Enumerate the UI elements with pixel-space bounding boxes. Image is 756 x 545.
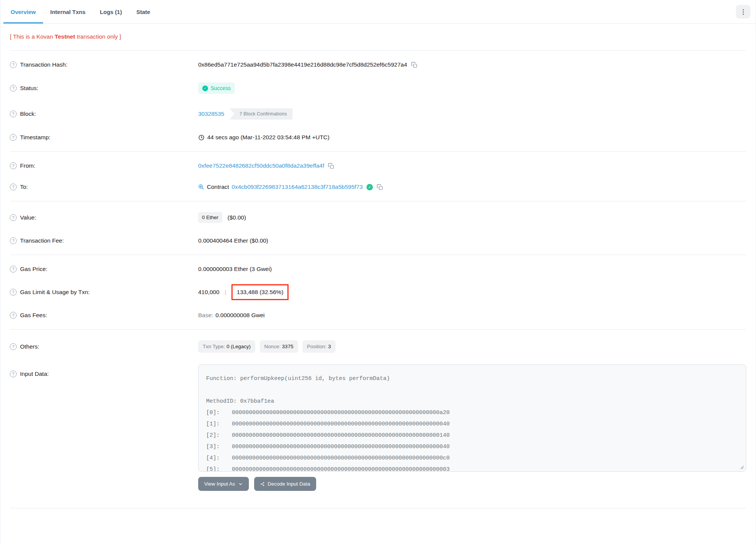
txn-type-value: 0 (Legacy) (227, 344, 251, 349)
notice-post: transaction only ] (75, 33, 121, 40)
to-type-label: Contract (207, 184, 229, 190)
value-label: Value: (20, 214, 36, 221)
timestamp-label: Timestamp: (20, 134, 50, 141)
notice-pre: [ This is a Kovan (10, 33, 55, 40)
status-value: Success (211, 85, 231, 91)
help-icon[interactable]: ? (10, 214, 17, 221)
param-index: [1]: (206, 419, 232, 430)
param-value: 0000000000000000000000000000000000000000… (232, 464, 450, 472)
verified-check-icon: ✓ (366, 184, 373, 190)
gas-fees-base-value: 0.000000008 Gwei (216, 312, 265, 319)
from-label: From: (20, 162, 35, 169)
timestamp-value: 44 secs ago (Mar-11-2022 03:54:48 PM +UT… (207, 134, 329, 141)
value-usd: ($0.00) (228, 214, 246, 221)
txn-type-badge: Txn Type:0 (Legacy) (198, 340, 255, 353)
tab-overview[interactable]: Overview (3, 0, 43, 23)
param-index: [0]: (206, 407, 232, 419)
help-icon[interactable]: ? (10, 343, 17, 350)
zoom-in-icon[interactable] (198, 184, 204, 190)
resize-handle-icon[interactable] (739, 465, 744, 469)
copy-icon[interactable] (377, 184, 383, 190)
transaction-hash-value: 0x86ed5a771e725aa94d5b7fa2398e4419e216d8… (198, 61, 407, 68)
param-index: [5]: (206, 464, 232, 472)
input-data-actions: View Input As Decode Input Data (198, 477, 746, 491)
input-data-textarea[interactable]: Function: performUpkeep(uint256 id, byte… (198, 364, 746, 472)
chevron-down-icon (238, 482, 243, 486)
row-gas-fees: ? Gas Fees: Base: 0.000000008 Gwei (10, 305, 746, 326)
position-value: 3 (328, 344, 331, 349)
nonce-badge: Nonce:3375 (260, 340, 298, 353)
clock-icon (198, 134, 205, 141)
gas-usage-value: 133,488 (32.56%) (237, 289, 283, 295)
param-value: 0000000000000000000000000000000000000000… (232, 407, 450, 419)
input-param-row: [5]:000000000000000000000000000000000000… (206, 464, 738, 472)
copy-icon[interactable] (328, 163, 334, 169)
input-methodid-line: MethodID: 0x7bbaf1ea (206, 396, 738, 407)
row-transaction-fee: ? Transaction Fee: 0.000400464 Ether ($0… (10, 230, 746, 251)
help-icon[interactable]: ? (10, 111, 17, 117)
help-icon[interactable]: ? (10, 162, 17, 169)
group-value-fee: ? Value: 0 Ether ($0.00) ? Transaction F… (10, 201, 746, 255)
nonce-value: 3375 (282, 344, 293, 349)
help-icon[interactable]: ? (10, 289, 17, 296)
position-badge: Position:3 (303, 340, 335, 353)
input-data-label: Input Data: (20, 371, 49, 377)
block-label: Block: (20, 111, 36, 117)
to-label: To: (20, 184, 28, 190)
decode-input-data-button[interactable]: Decode Input Data (254, 477, 317, 491)
transaction-fee-label: Transaction Fee: (20, 237, 64, 244)
input-param-row: [2]:000000000000000000000000000000000000… (206, 430, 738, 441)
help-icon[interactable]: ? (10, 61, 17, 68)
testnet-notice: [ This is a Kovan Testnet transaction on… (10, 33, 746, 40)
position-label: Position: (307, 344, 327, 349)
block-number-link[interactable]: 30328535 (198, 111, 224, 117)
help-icon[interactable]: ? (10, 312, 17, 319)
transaction-fee-value: 0.000400464 Ether ($0.00) (198, 237, 268, 244)
group-addresses: ? From: 0xfee7522e8482682cf50ddc50a0f8da… (10, 151, 746, 201)
input-param-row: [3]:000000000000000000000000000000000000… (206, 441, 738, 453)
input-param-row: [0]:000000000000000000000000000000000000… (206, 407, 738, 419)
row-to: ? To: Contract 0x4cb093f226983713164a621… (10, 176, 746, 198)
copy-icon[interactable] (411, 62, 418, 68)
to-address-link[interactable]: 0x4cb093f226983713164a62138c3f718a5b595f… (232, 184, 363, 190)
value-badge: 0 Ether (198, 212, 222, 223)
notice-bold: Testnet (55, 33, 75, 40)
gas-price-label: Gas Price: (20, 266, 47, 272)
tab-bar: Overview Internal Txns Logs (1) State ⋮ (0, 0, 756, 24)
tab-logs[interactable]: Logs (1) (93, 0, 129, 23)
block-confirmations-badge: 7 Block Confirmations (230, 108, 293, 120)
others-label: Others: (20, 343, 39, 350)
help-icon[interactable]: ? (10, 266, 17, 272)
tab-state[interactable]: State (129, 0, 157, 23)
row-timestamp: ? Timestamp: 44 secs ago (Mar-11-2022 03… (10, 127, 746, 148)
param-index: [3]: (206, 441, 232, 453)
tab-internal-txns[interactable]: Internal Txns (43, 0, 93, 23)
transaction-overview-panel: Overview Internal Txns Logs (1) State ⋮ … (0, 0, 756, 545)
nonce-label: Nonce: (264, 344, 281, 349)
row-value: ? Value: 0 Ether ($0.00) (10, 205, 746, 230)
view-input-as-label: View Input As (204, 481, 235, 487)
kebab-icon: ⋮ (740, 8, 747, 16)
status-badge: ✓ Success (198, 83, 235, 94)
help-icon[interactable]: ? (10, 237, 17, 244)
from-address-link[interactable]: 0xfee7522e8482682cf50ddc50a0f8da2a39effa… (198, 162, 324, 169)
input-param-row: [4]:000000000000000000000000000000000000… (206, 453, 738, 464)
group-gas: ? Gas Price: 0.000000003 Ether (3 Gwei) … (10, 255, 746, 329)
kebab-menu-button[interactable]: ⋮ (736, 5, 750, 19)
gas-price-value: 0.000000003 Ether (3 Gwei) (198, 266, 272, 272)
help-icon[interactable]: ? (10, 85, 17, 92)
row-block: ? Block: 30328535 7 Block Confirmations (10, 101, 746, 127)
row-status: ? Status: ✓ Success (10, 75, 746, 101)
help-icon[interactable]: ? (10, 371, 17, 377)
view-input-as-button[interactable]: View Input As (198, 477, 249, 491)
decode-icon (260, 482, 265, 486)
gas-limit-label: Gas Limit & Usage by Txn: (20, 289, 90, 296)
row-transaction-hash: ? Transaction Hash: 0x86ed5a771e725aa94d… (10, 54, 746, 75)
txn-type-label: Txn Type: (203, 344, 225, 349)
help-icon[interactable]: ? (10, 134, 17, 141)
gas-limit-value: 410,000 (198, 289, 219, 296)
help-icon[interactable]: ? (10, 184, 17, 190)
param-value: 0000000000000000000000000000000000000000… (232, 453, 450, 464)
param-index: [4]: (206, 453, 232, 464)
gas-fees-label: Gas Fees: (20, 312, 47, 319)
